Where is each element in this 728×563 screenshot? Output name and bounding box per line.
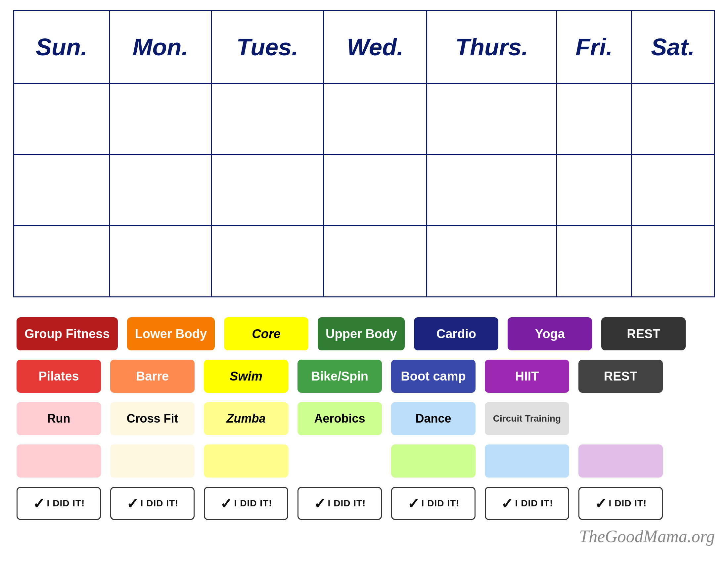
activity-button[interactable]: Upper Body xyxy=(318,317,405,351)
calendar-cell[interactable] xyxy=(211,83,324,155)
did-it-box[interactable]: ✓I DID IT! xyxy=(578,487,663,520)
calendar-row xyxy=(14,83,714,155)
activity-button[interactable]: Zumba xyxy=(204,402,288,435)
activity-button[interactable]: Cross Fit xyxy=(110,402,195,435)
checkmark-icon: ✓ xyxy=(314,495,326,512)
did-it-label: I DID IT! xyxy=(609,498,647,509)
calendar-day-header: Thurs. xyxy=(427,11,557,83)
weekly-calendar: Sun.Mon.Tues.Wed.Thurs.Fri.Sat. xyxy=(13,10,715,298)
checkmark-icon: ✓ xyxy=(33,495,45,512)
calendar-cell[interactable] xyxy=(109,155,211,226)
calendar-cell[interactable] xyxy=(427,155,557,226)
calendar-cell[interactable] xyxy=(109,83,211,155)
did-it-label: I DID IT! xyxy=(422,498,460,509)
activity-color-swatch xyxy=(17,445,101,478)
calendar-cell[interactable] xyxy=(14,155,110,226)
calendar-cell[interactable] xyxy=(14,83,110,155)
calendar-day-header: Sun. xyxy=(14,11,110,83)
activity-button[interactable]: Cardio xyxy=(414,317,498,351)
calendar-day-header: Sat. xyxy=(631,11,714,83)
did-it-box[interactable]: ✓I DID IT! xyxy=(391,487,476,520)
activity-button[interactable]: Boot camp xyxy=(391,360,476,393)
did-it-box[interactable]: ✓I DID IT! xyxy=(297,487,382,520)
calendar-cell[interactable] xyxy=(631,226,714,297)
calendar-row xyxy=(14,226,714,297)
activity-button[interactable]: Circuit Training xyxy=(485,402,569,435)
activity-button[interactable]: Yoga xyxy=(508,317,592,351)
did-it-box[interactable]: ✓I DID IT! xyxy=(17,487,101,520)
activities-section: Group FitnessLower BodyCoreUpper BodyCar… xyxy=(13,317,715,520)
calendar-cell[interactable] xyxy=(211,155,324,226)
activity-button[interactable]: Pilates xyxy=(17,360,101,393)
calendar-cell[interactable] xyxy=(211,226,324,297)
calendar-cell[interactable] xyxy=(557,226,631,297)
checkmark-icon: ✓ xyxy=(220,495,232,512)
activity-button[interactable]: Run xyxy=(17,402,101,435)
activity-spacer xyxy=(578,402,663,435)
calendar-row xyxy=(14,155,714,226)
calendar-day-header: Fri. xyxy=(557,11,631,83)
activity-button[interactable]: HIIT xyxy=(485,360,569,393)
checkmark-icon: ✓ xyxy=(126,495,139,512)
branding: TheGoodMama.org xyxy=(13,527,715,546)
activity-button[interactable]: REST xyxy=(601,317,686,351)
activity-button[interactable]: REST xyxy=(578,360,663,393)
activity-button[interactable]: Lower Body xyxy=(127,317,215,351)
calendar-cell[interactable] xyxy=(323,83,427,155)
activity-spacer xyxy=(297,445,382,478)
calendar-cell[interactable] xyxy=(557,83,631,155)
activity-button[interactable]: Aerobics xyxy=(297,402,382,435)
checkmark-icon: ✓ xyxy=(407,495,420,512)
calendar-cell[interactable] xyxy=(323,155,427,226)
did-it-label: I DID IT! xyxy=(515,498,553,509)
activity-button[interactable]: Group Fitness xyxy=(17,317,118,351)
did-it-box[interactable]: ✓I DID IT! xyxy=(485,487,569,520)
did-it-label: I DID IT! xyxy=(234,498,272,509)
activity-color-swatch xyxy=(110,445,195,478)
did-it-box[interactable]: ✓I DID IT! xyxy=(110,487,195,520)
calendar-cell[interactable] xyxy=(14,226,110,297)
calendar-cell[interactable] xyxy=(427,83,557,155)
calendar-cell[interactable] xyxy=(631,83,714,155)
did-it-box[interactable]: ✓I DID IT! xyxy=(204,487,288,520)
calendar-day-header: Mon. xyxy=(109,11,211,83)
calendar-cell[interactable] xyxy=(427,226,557,297)
checkmark-icon: ✓ xyxy=(595,495,607,512)
activity-color-swatch xyxy=(204,445,288,478)
did-it-label: I DID IT! xyxy=(47,498,85,509)
activity-button[interactable]: Swim xyxy=(204,360,288,393)
checkmark-icon: ✓ xyxy=(501,495,513,512)
calendar-cell[interactable] xyxy=(557,155,631,226)
activity-button[interactable]: Bike/Spin xyxy=(297,360,382,393)
calendar-day-header: Tues. xyxy=(211,11,324,83)
activity-color-swatch xyxy=(578,445,663,478)
activity-color-swatch xyxy=(485,445,569,478)
did-it-label: I DID IT! xyxy=(141,498,179,509)
calendar-day-header: Wed. xyxy=(323,11,427,83)
calendar-cell[interactable] xyxy=(323,226,427,297)
activity-button[interactable]: Core xyxy=(224,317,308,351)
activity-color-swatch xyxy=(391,445,476,478)
calendar-cell[interactable] xyxy=(109,226,211,297)
activity-button[interactable]: Dance xyxy=(391,402,476,435)
activity-button[interactable]: Barre xyxy=(110,360,195,393)
calendar-cell[interactable] xyxy=(631,155,714,226)
did-it-label: I DID IT! xyxy=(328,498,366,509)
